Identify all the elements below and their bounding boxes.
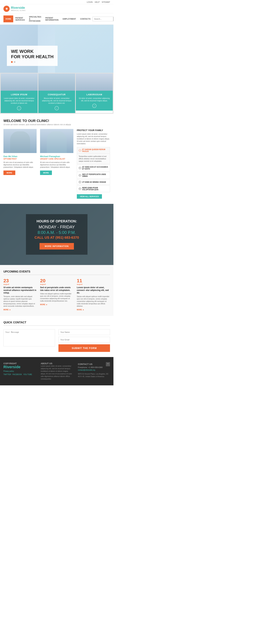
event-headline-3: Lorem ipsum dolor sit amet, consect- etu…: [77, 286, 110, 294]
nav-patient-info[interactable]: PATIENT INFORMATION: [43, 14, 61, 23]
footer-copyright-block: COPYRIGHT Riverside Privacy policy TWITT…: [4, 362, 36, 380]
sitemap-link[interactable]: SITEMAP: [102, 1, 110, 3]
logo-cross: ✚: [6, 7, 8, 10]
logo[interactable]: ✚ Riverside MEDICAL CLINIC: [4, 6, 26, 12]
hero-dot-2[interactable]: [14, 61, 16, 63]
accordion-label-1: ET HARUM QUIDEM RERUM FACILIS: [82, 148, 108, 152]
hours-end: 5:00 P.M.: [59, 230, 76, 235]
search-input[interactable]: [93, 17, 113, 21]
help-link[interactable]: HELP: [95, 1, 100, 3]
hours-phone: CALL US AT (951) 683-6370: [35, 236, 79, 240]
doctor-desc-1: At vero eos et accusamus et iusto odio d…: [4, 161, 37, 168]
contact-fields-wrapper: SUBMIT THE FORM: [59, 329, 110, 352]
accordion-item-2: + AT VERO EOS ET ACCUSAMUS ET IUSTO: [77, 164, 110, 172]
doctor-card-2: Michael Flanaghan URGENT CARE SPECIALIST…: [40, 129, 73, 199]
contact-name-input[interactable]: [59, 329, 110, 335]
footer-copyright-title: COPYRIGHT: [4, 362, 36, 365]
contact-message-wrapper: [4, 329, 55, 352]
event-more-3[interactable]: MORE ►: [77, 309, 110, 311]
welcome-subtitle: Ut enim ad minim veniam, quis nostrud ex…: [4, 124, 110, 126]
nav-specialties[interactable]: SPECIALTIES & PHYSICIANS: [27, 14, 43, 24]
service-img-3: [76, 74, 113, 91]
accordion-header-1[interactable]: − ET HARUM QUIDEM RERUM FACILIS: [77, 147, 110, 154]
service-arrow-2[interactable]: ›: [55, 106, 59, 110]
accordion-item-4: + UT ENIM AD MINIMA VENIAM: [77, 179, 110, 185]
service-arrow-1[interactable]: ›: [17, 106, 21, 110]
hours-phone-number: (951) 683-6370: [56, 236, 79, 240]
hero-content: WE WORK FOR YOUR HEALTH: [7, 46, 58, 66]
contact-grid: SUBMIT THE FORM: [4, 329, 110, 352]
doctor-desc-2: At vero eos et accusamus et iusto odio d…: [40, 161, 73, 168]
service-card-3: LABORIOSAM Ed dolor sit amet, consectetu…: [76, 74, 113, 113]
accordion-header-3[interactable]: + SED UT PERSPICIATIS UNDE OMNIS: [77, 172, 110, 178]
event-more-icon-3: ►: [83, 309, 84, 311]
event-headline-1: Ut enim ad minim veniamquis nostrud ulll…: [4, 286, 37, 294]
nav-contacts[interactable]: CONTACTS: [78, 16, 93, 22]
footer-privacy-link[interactable]: Privacy policy: [4, 370, 36, 372]
nav-home[interactable]: HOME: [4, 16, 13, 22]
accordion-icon-4: +: [79, 181, 81, 183]
contact-title: QUICK CONTACT: [4, 321, 110, 326]
accordion-header-4[interactable]: + UT ENIM AD MINIMA VENIAM: [77, 180, 110, 184]
footer-chevron-up[interactable]: ⌃: [106, 362, 110, 366]
top-bar: LOGIN HELP SITEMAP: [0, 0, 113, 4]
accordion-item-5: + NEMO ENIM IPSAM VOLUPTATEM QUIA: [77, 185, 110, 192]
submit-form-button[interactable]: SUBMIT THE FORM: [59, 344, 110, 352]
hours-time: 8:00 A.M. - 5:00 P.M.: [35, 230, 79, 235]
welcome-section: WELCOME TO OUR CLINIC! Ut enim ad minim …: [0, 114, 113, 204]
event-more-2[interactable]: MORE ►: [40, 304, 73, 306]
event-more-1[interactable]: MORE ►: [4, 309, 37, 311]
hours-start: 8:00: [38, 230, 46, 235]
contact-email-input[interactable]: [59, 337, 110, 342]
search-bar: 🔍: [93, 17, 113, 21]
nav-employment[interactable]: EMPLOYMENT: [61, 16, 78, 22]
doctor-more-btn-1[interactable]: MORE: [4, 170, 15, 175]
logo-subtitle: MEDICAL CLINIC: [11, 10, 26, 11]
event-headline-2: Sed ut perspiciatis unde omnis iste natu…: [40, 286, 73, 292]
footer-about-desc: Lorem ipsum dolor sit amet, consectetur …: [41, 365, 73, 380]
hours-phone-label: CALL US AT: [35, 236, 55, 240]
footer-social: TWITTER FACEBOOK YOU TUBE: [4, 374, 36, 376]
service-body-3: LABORIOSAM Ed dolor sit amet, consectetu…: [76, 91, 113, 110]
doctor-more-btn-2[interactable]: MORE: [40, 170, 52, 175]
footer-email[interactable]: contact@clinicside.org: [78, 369, 110, 371]
view-all-button[interactable]: View All Services: [77, 194, 102, 199]
more-info-button[interactable]: MORE INFORMATION: [40, 243, 74, 250]
events-grid: 23 august Ut enim ad minim veniamquis no…: [4, 278, 110, 311]
doctor-photo-1: [4, 129, 37, 153]
event-more-icon-1: ►: [9, 309, 11, 311]
accordion-header-2[interactable]: + AT VERO EOS ET ACCUSAMUS ET IUSTO: [77, 165, 110, 171]
accordion-header-5[interactable]: + NEMO ENIM IPSAM VOLUPTATEM QUIA: [77, 186, 110, 192]
accordion-label-5: NEMO ENIM IPSAM VOLUPTATEM QUIA: [82, 187, 108, 190]
view-all-wrapper: View All Services: [77, 194, 110, 199]
nav-patient-services[interactable]: PATIENT SERVICES: [13, 14, 27, 23]
footer-facebook[interactable]: FACEBOOK: [12, 374, 22, 376]
doctor-img-1: [4, 129, 37, 153]
contact-message-input[interactable]: [4, 329, 55, 346]
event-desc-2: Video est aliquet optimus mollit imperdi…: [40, 293, 73, 302]
service-desc-3: Ed dolor sit amet, consectetur adipiscin…: [79, 97, 110, 102]
service-desc-2: Musca dolor sit amet, consectetur adipis…: [41, 97, 73, 104]
logo-name: Riverside: [11, 6, 26, 10]
footer-address: 9870 St Vincent Place, Los Angeles, DC 4…: [78, 373, 110, 378]
accordion-item-1: − ET HARUM QUIDEM RERUM FACILIS Temporib…: [77, 147, 110, 164]
doctor-card-1: Dan Mc'Allan OPTOMETRIST At vero eos et …: [4, 129, 37, 199]
welcome-grid: Dan Mc'Allan OPTOMETRIST At vero eos et …: [4, 129, 110, 199]
event-date-2: 20 august: [40, 278, 73, 285]
hero-dot-1[interactable]: [11, 61, 13, 63]
event-more-label-1: MORE: [4, 309, 9, 311]
logo-text-block: Riverside MEDICAL CLINIC: [11, 6, 26, 11]
service-body-2: CONSEQUATUR Musca dolor sit amet, consec…: [38, 91, 75, 113]
doctor-name-1: Dan Mc'Allan: [4, 155, 37, 158]
service-arrow-3[interactable]: ›: [92, 104, 96, 108]
footer-twitter[interactable]: TWITTER: [4, 374, 11, 376]
footer-contact-block: CONTACT US ⌃ Freephone: +1 800-938-6380 …: [78, 362, 110, 380]
login-link[interactable]: LOGIN: [87, 1, 93, 3]
event-item-3: 11 august Lorem ipsum dolor sit amet, co…: [77, 278, 110, 311]
footer-youtube[interactable]: YOU TUBE: [23, 374, 32, 376]
footer-grid: COPYRIGHT Riverside Privacy policy TWITT…: [4, 362, 110, 380]
navigation: HOME PATIENT SERVICES SPECIALTIES & PHYS…: [0, 14, 113, 25]
event-more-label-3: MORE: [77, 309, 82, 311]
hours-content: HOURS OF OPERATION: MONDAY - FRIDAY 8:00…: [26, 214, 88, 255]
footer-logo: Riverside: [4, 365, 36, 369]
